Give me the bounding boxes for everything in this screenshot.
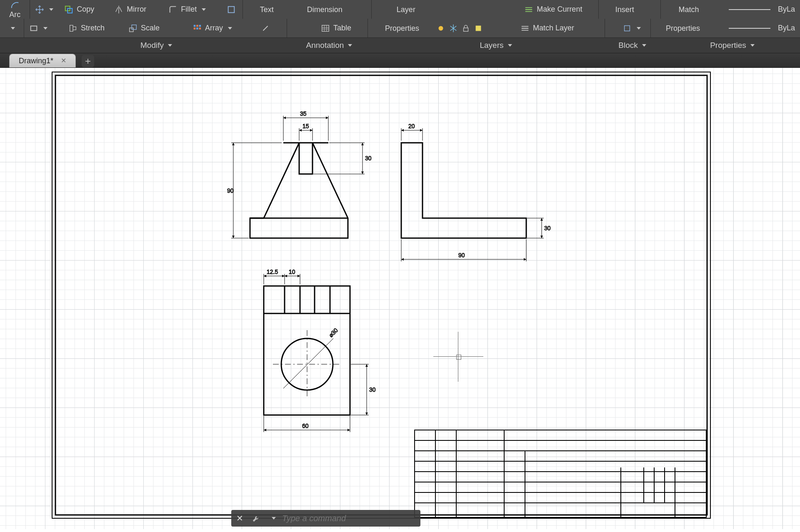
- ribbon: Arc Copy Mirror Fillet Text Dimension: [0, 0, 800, 53]
- copy-icon: [64, 5, 73, 14]
- linetype-bylayer-2[interactable]: ByLa: [715, 19, 800, 37]
- svg-rect-5: [132, 25, 136, 29]
- dropdown-icon: [637, 27, 641, 30]
- arc-button[interactable]: Arc: [0, 0, 30, 19]
- svg-rect-14: [464, 28, 468, 31]
- drawing-svg: 35 15 30 90 20 30 90: [0, 68, 800, 529]
- dropdown-icon: [202, 8, 206, 11]
- ribbon-row-2: Stretch Scale Array Table Properties Mat…: [0, 19, 800, 37]
- svg-rect-3: [31, 26, 37, 30]
- scale-icon: [128, 24, 138, 33]
- svg-text:35: 35: [300, 110, 307, 117]
- array-icon: [192, 24, 202, 33]
- table-icon: [321, 24, 330, 33]
- rectangle-button[interactable]: [24, 19, 63, 37]
- move-icon: [35, 5, 44, 14]
- block-misc-button[interactable]: [618, 19, 650, 37]
- svg-rect-31: [415, 430, 706, 517]
- layer-color-icon[interactable]: [474, 24, 483, 33]
- match-label: Match: [678, 5, 699, 14]
- mirror-label: Mirror: [127, 5, 146, 14]
- dimension-button[interactable]: Dimension: [290, 0, 359, 19]
- dropdown-icon: [49, 8, 53, 11]
- fillet-button[interactable]: Fillet: [163, 5, 222, 14]
- svg-rect-2: [228, 6, 235, 12]
- svg-text:15: 15: [302, 123, 309, 129]
- layer-state-icon[interactable]: [436, 24, 445, 33]
- modify-misc-button[interactable]: [222, 5, 242, 14]
- table-button[interactable]: Table: [316, 19, 368, 37]
- ribbon-panel-labels: Modify Annotation Layers Block Propertie…: [0, 37, 800, 53]
- command-recent-button[interactable]: [265, 510, 281, 527]
- match-properties-button[interactable]: Properties: [651, 19, 715, 37]
- mirror-button[interactable]: Mirror: [109, 5, 163, 14]
- scale-label: Scale: [141, 24, 160, 32]
- command-line[interactable]: ✕: [231, 510, 420, 527]
- panel-label-properties[interactable]: Properties: [665, 38, 800, 53]
- match-layer-icon: [520, 24, 530, 33]
- dropdown-icon: [508, 44, 512, 47]
- wrench-icon: [252, 514, 261, 523]
- svg-text:30: 30: [369, 386, 376, 393]
- tab-close-button[interactable]: ✕: [61, 54, 66, 67]
- mirror-icon: [114, 5, 123, 14]
- svg-rect-16: [625, 25, 630, 31]
- rectangle-icon: [29, 24, 38, 33]
- array-button[interactable]: Array: [188, 19, 256, 37]
- insert-label: Insert: [615, 5, 634, 14]
- svg-rect-11: [199, 27, 201, 30]
- command-close-button[interactable]: ✕: [231, 510, 248, 527]
- dropdown-icon: [272, 517, 276, 520]
- svg-rect-15: [476, 25, 481, 31]
- copy-label: Copy: [77, 5, 94, 14]
- layer-freeze-icon[interactable]: [449, 24, 458, 33]
- dropdown-icon: [11, 27, 15, 30]
- tab-drawing1[interactable]: Drawing1* ✕: [9, 54, 76, 67]
- match-layer-button[interactable]: Match Layer: [515, 19, 605, 37]
- layer-label: Layer: [397, 5, 415, 14]
- layer-properties-button[interactable]: Layer: [372, 0, 440, 19]
- linetype-bylayer-1[interactable]: ByLa: [717, 5, 800, 14]
- svg-rect-18: [55, 75, 707, 515]
- fillet-icon: [168, 5, 178, 14]
- panel-label-layers[interactable]: Layers: [392, 38, 600, 53]
- command-customize-button[interactable]: [248, 510, 265, 527]
- panel-label-modify[interactable]: Modify: [46, 38, 267, 53]
- svg-text:20: 20: [408, 123, 415, 129]
- scale-button[interactable]: Scale: [123, 19, 188, 37]
- panel-label-annotation[interactable]: Annotation: [267, 38, 392, 53]
- drawing-canvas[interactable]: 35 15 30 90 20 30 90: [0, 68, 800, 529]
- svg-text:10: 10: [289, 268, 295, 275]
- copy-button[interactable]: Copy: [59, 5, 109, 14]
- svg-text:90: 90: [458, 252, 465, 259]
- dimension-label: Dimension: [307, 5, 342, 14]
- bylayer-label-2: ByLa: [778, 24, 795, 32]
- panel-label-draw[interactable]: [0, 38, 46, 53]
- tool-icon: [261, 24, 270, 33]
- dropdown-icon: [750, 44, 755, 47]
- bylayer-label-1: ByLa: [778, 5, 795, 14]
- new-tab-button[interactable]: +: [82, 55, 94, 67]
- stretch-button[interactable]: Stretch: [63, 19, 123, 37]
- linetype-swatch: [729, 28, 770, 29]
- block-icon: [622, 24, 632, 33]
- make-current-button[interactable]: Make Current: [519, 5, 598, 14]
- layer-lock-icon[interactable]: [461, 24, 470, 33]
- table-label: Table: [333, 24, 351, 32]
- array-label: Array: [205, 24, 223, 32]
- move-button[interactable]: [30, 5, 59, 14]
- modify-misc2-button[interactable]: [256, 19, 287, 37]
- make-current-icon: [524, 5, 533, 14]
- command-input[interactable]: [281, 513, 416, 524]
- svg-rect-8: [199, 25, 201, 27]
- match-button[interactable]: Match: [661, 0, 717, 19]
- svg-rect-4: [130, 28, 133, 32]
- text-button[interactable]: Text: [243, 0, 290, 19]
- svg-rect-10: [196, 27, 198, 30]
- insert-button[interactable]: Insert: [599, 0, 650, 19]
- layer-properties-button-2[interactable]: Properties: [368, 19, 436, 37]
- svg-text:12.5: 12.5: [267, 268, 278, 275]
- text-label: Text: [260, 5, 274, 14]
- panel-label-block[interactable]: Block: [600, 38, 665, 53]
- draw-misc-button[interactable]: [0, 19, 24, 37]
